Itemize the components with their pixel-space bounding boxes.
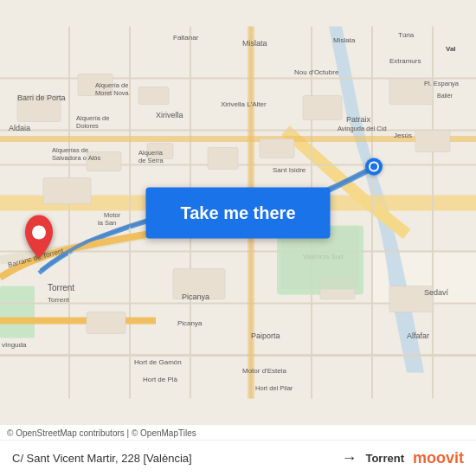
- svg-text:Nou d'Octubre: Nou d'Octubre: [294, 68, 339, 76]
- svg-text:Pl. Espanya: Pl. Espanya: [424, 80, 460, 87]
- svg-text:Túria: Túria: [398, 31, 415, 39]
- svg-text:Extramurs: Extramurs: [389, 57, 421, 65]
- moovit-logo-text: moovit: [413, 449, 464, 467]
- svg-text:de Serra: de Serra: [138, 157, 164, 164]
- svg-rect-30: [415, 131, 450, 152]
- take-me-there-button[interactable]: Take me there: [145, 187, 330, 238]
- svg-rect-34: [87, 312, 125, 334]
- svg-text:Alquería de: Alquería de: [76, 114, 109, 122]
- svg-text:Avinguda del Cid: Avinguda del Cid: [338, 125, 387, 132]
- svg-rect-23: [138, 87, 169, 105]
- svg-text:Hort de Plà: Hort de Plà: [143, 376, 178, 383]
- svg-rect-28: [303, 96, 342, 120]
- svg-text:Aldaia: Aldaia: [9, 124, 30, 132]
- svg-text:Mislata: Mislata: [242, 39, 267, 48]
- svg-text:Motor d'Estela: Motor d'Estela: [242, 367, 286, 375]
- svg-text:Picanya: Picanya: [182, 293, 209, 301]
- svg-text:Motor: Motor: [104, 211, 121, 219]
- svg-text:Xirivella L'Alter: Xirivella L'Alter: [221, 100, 267, 108]
- svg-point-80: [370, 164, 377, 170]
- svg-text:Hort del Pilar: Hort del Pilar: [255, 384, 293, 392]
- svg-text:Picanya: Picanya: [177, 319, 203, 327]
- route-arrow: →: [341, 449, 357, 467]
- svg-rect-35: [43, 178, 91, 204]
- svg-rect-2: [0, 286, 35, 338]
- svg-text:Torrent: Torrent: [48, 283, 74, 293]
- svg-text:Alquería de: Alquería de: [95, 81, 128, 89]
- moovit-logo: moovit: [413, 449, 464, 467]
- svg-text:Patraix: Patraix: [346, 115, 371, 124]
- svg-text:Alquerías de: Alquerías de: [52, 146, 88, 154]
- svg-text:Torrent: Torrent: [48, 296, 70, 304]
- svg-text:la San: la San: [98, 219, 116, 227]
- route-from: C/ Sant Vicent Martir, 228 [València]: [12, 452, 332, 465]
- svg-text:Val: Val: [446, 45, 456, 53]
- svg-text:Sedaví: Sedaví: [424, 288, 449, 297]
- route-to: Torrent: [365, 452, 404, 465]
- svg-text:Alfafar: Alfafar: [407, 331, 429, 340]
- svg-text:Barri de Porta: Barri de Porta: [17, 93, 66, 102]
- bottom-bar: © OpenStreetMap contributors | © OpenMap…: [0, 425, 476, 476]
- svg-text:Hort de Gamón: Hort de Gamón: [134, 358, 182, 366]
- map-attribution: © OpenStreetMap contributors | © OpenMap…: [0, 425, 476, 440]
- svg-text:Faltanar: Faltanar: [173, 34, 199, 42]
- svg-text:Dolores: Dolores: [76, 122, 99, 130]
- svg-point-81: [32, 226, 46, 240]
- svg-text:Salvadora o Alòs: Salvadora o Alòs: [52, 154, 101, 162]
- route-bar: C/ Sant Vicent Martir, 228 [València] → …: [0, 440, 476, 476]
- svg-text:Alquería: Alquería: [138, 149, 164, 157]
- svg-text:Moret Nova: Moret Nova: [95, 89, 130, 97]
- map-container: Barri de Porta Túria Mislata Mislata Fal…: [0, 0, 476, 425]
- svg-text:Mislata: Mislata: [333, 36, 356, 44]
- svg-text:Xirivella: Xirivella: [156, 111, 183, 119]
- svg-text:Paiporta: Paiporta: [251, 331, 280, 340]
- svg-rect-26: [208, 148, 238, 170]
- svg-text:Ballér: Ballér: [437, 93, 453, 99]
- svg-text:vInguda: vInguda: [2, 341, 27, 349]
- svg-text:Sant Isidre: Sant Isidre: [273, 166, 306, 174]
- app: Barri de Porta Túria Mislata Mislata Fal…: [0, 0, 476, 476]
- svg-text:Jesús: Jesús: [394, 132, 412, 139]
- svg-rect-27: [260, 139, 294, 158]
